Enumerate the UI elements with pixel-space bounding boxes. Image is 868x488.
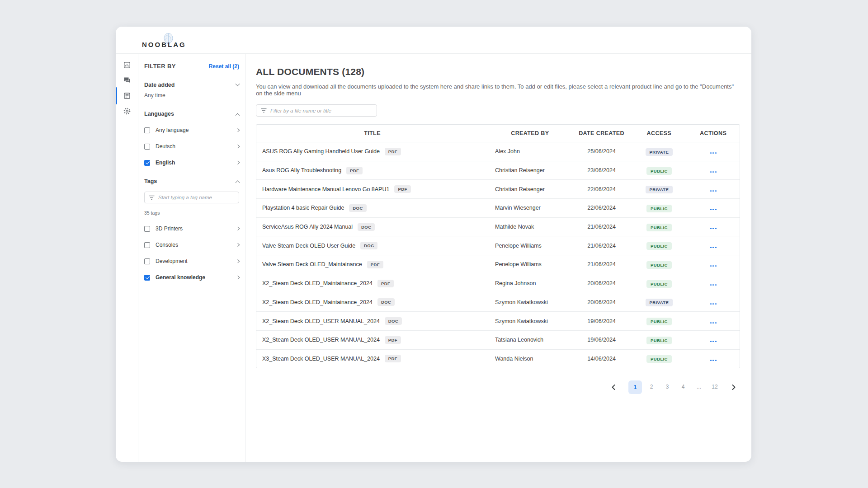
chevron-up-icon[interactable] [236, 180, 240, 185]
chevron-right-icon[interactable] [236, 243, 240, 247]
created-by-cell: Christian Reisenger [488, 186, 572, 192]
filter-panel: FILTER BY Reset all (2) Date added Any t… [138, 54, 246, 462]
chevron-right-icon[interactable] [236, 145, 240, 148]
created-by-cell: Marvin Wiesenger [488, 205, 572, 211]
column-date-created: DATE CREATED [572, 130, 632, 136]
page-button-3[interactable]: 3 [661, 380, 674, 393]
section-languages[interactable]: Languages [144, 111, 239, 117]
more-actions-button[interactable] [708, 263, 719, 268]
table-row[interactable]: X3_Steam Deck OLED_USER MANUAL_2024 PDF … [256, 349, 740, 368]
table-row[interactable]: X2_Steam Deck OLED_Maintainance_2024 PDF… [256, 274, 740, 293]
document-title: Valve Steam Deck OLED_Maintainance [262, 261, 362, 267]
more-actions-button[interactable] [708, 188, 719, 193]
nav-settings[interactable] [116, 103, 138, 119]
more-actions-button[interactable] [708, 207, 719, 212]
filter-option-label: Deutsch [156, 143, 236, 150]
page-description: You can view and download all the docume… [256, 83, 740, 97]
next-page-button[interactable] [727, 381, 740, 394]
tag-search-input[interactable] [158, 195, 235, 200]
checkbox[interactable] [144, 226, 150, 232]
file-type-badge: DOC [358, 223, 375, 231]
chevron-right-icon[interactable] [236, 227, 240, 230]
tag-search-box[interactable] [144, 192, 239, 203]
filter-option[interactable]: English [144, 160, 239, 166]
table-row[interactable]: Valve Steam Deck OLED User Guide DOC Pen… [256, 236, 740, 255]
chevron-right-icon[interactable] [236, 259, 240, 263]
nav-documents[interactable] [116, 88, 138, 103]
column-title: TITLE [256, 130, 488, 136]
more-actions-button[interactable] [708, 226, 719, 231]
page-button-4[interactable]: 4 [677, 380, 689, 393]
section-tags[interactable]: Tags [144, 178, 239, 184]
document-title: ASUS ROG Ally Gaming Handheld User Guide [262, 148, 380, 155]
created-by-cell: Mathilde Novak [488, 224, 572, 230]
filter-option-label: Development [156, 258, 236, 264]
filter-option[interactable]: 3D Printers [144, 225, 239, 232]
document-title: X3_Steam Deck OLED_USER MANUAL_2024 [262, 356, 380, 362]
document-search-input[interactable] [270, 108, 372, 113]
file-type-badge: DOC [349, 204, 366, 212]
filter-option[interactable]: Any language [144, 127, 239, 133]
table-row[interactable]: Playstation 4 basic Repair Guide DOC Mar… [256, 198, 740, 217]
file-type-badge: PDF [385, 336, 401, 344]
chevron-down-icon[interactable] [236, 81, 240, 86]
main-content: ALL DOCUMENTS (128) You can view and dow… [246, 54, 751, 462]
access-badge: PRIVATE [646, 186, 673, 193]
checkbox[interactable] [144, 160, 150, 166]
section-date-added[interactable]: Date added [144, 82, 239, 88]
filter-option-label: Consoles [156, 242, 236, 248]
table-row[interactable]: ASUS ROG Ally Gaming Handheld User Guide… [256, 142, 740, 161]
table-row[interactable]: Hardware Maintenance Manual Lenovo Go 8A… [256, 179, 740, 198]
chevron-right-icon[interactable] [236, 276, 240, 279]
page-list: 1234...12 [625, 380, 721, 394]
filter-option[interactable]: Deutsch [144, 143, 239, 150]
document-title: X2_Steam Deck OLED_USER MANUAL_2024 [262, 337, 380, 343]
more-actions-button[interactable] [708, 169, 719, 174]
date-created-cell: 21/06/2024 [572, 243, 632, 249]
page-ellipsis: ... [693, 380, 705, 393]
nav-analytics[interactable] [116, 57, 138, 73]
chevron-up-icon[interactable] [236, 113, 240, 117]
filter-option[interactable]: General knowledge [144, 274, 239, 281]
nav-rail [116, 54, 138, 462]
document-title: X2_Steam Deck OLED_Maintainance_2024 [262, 280, 373, 286]
reset-all-link[interactable]: Reset all (2) [209, 63, 239, 70]
more-actions-button[interactable] [708, 320, 719, 325]
page-button-1[interactable]: 1 [628, 380, 642, 394]
checkbox[interactable] [144, 258, 150, 264]
checkbox[interactable] [144, 144, 150, 150]
more-actions-button[interactable] [708, 358, 719, 363]
filter-option[interactable]: Consoles [144, 242, 239, 248]
more-actions-button[interactable] [708, 301, 719, 306]
document-search-box[interactable] [256, 104, 377, 117]
date-created-cell: 21/06/2024 [572, 261, 632, 267]
page-button-2[interactable]: 2 [645, 380, 658, 393]
table-body: ASUS ROG Ally Gaming Handheld User Guide… [256, 142, 740, 368]
created-by-cell: Christian Reisenger [488, 167, 572, 174]
table-row[interactable]: ServiceAsus ROG Ally 2024 Manual DOC Mat… [256, 217, 740, 236]
checkbox[interactable] [144, 275, 150, 281]
chevron-right-icon[interactable] [236, 161, 240, 164]
more-actions-button[interactable] [708, 282, 719, 287]
nav-messages[interactable] [116, 73, 138, 88]
table-row[interactable]: X2_Steam Deck OLED_USER MANUAL_2024 DOC … [256, 311, 740, 330]
chevron-right-icon [732, 385, 736, 390]
more-actions-button[interactable] [708, 245, 719, 250]
access-badge: PRIVATE [646, 299, 673, 306]
table-row[interactable]: Valve Steam Deck OLED_Maintainance PDF P… [256, 255, 740, 274]
checkbox[interactable] [144, 242, 150, 248]
more-actions-button[interactable] [708, 150, 719, 155]
previous-page-button[interactable] [607, 381, 620, 394]
access-badge: PUBLIC [646, 167, 672, 175]
table-row[interactable]: Asus ROG Ally Troubleshooting PDF Christ… [256, 161, 740, 180]
brand-logo[interactable]: NOOBLAG [142, 41, 186, 48]
page-button-12[interactable]: 12 [708, 380, 721, 393]
more-actions-button[interactable] [708, 339, 719, 344]
chevron-right-icon[interactable] [236, 128, 240, 132]
table-row[interactable]: X2_Steam Deck OLED_USER MANUAL_2024 PDF … [256, 330, 740, 349]
checkbox[interactable] [144, 127, 150, 133]
filter-option[interactable]: Development [144, 258, 239, 264]
access-badge: PUBLIC [646, 337, 672, 344]
documents-table: TITLE CREATED BY DATE CREATED ACCESS ACT… [256, 124, 740, 368]
table-row[interactable]: X2_Steam Deck OLED_Maintainance_2024 DOC… [256, 293, 740, 312]
